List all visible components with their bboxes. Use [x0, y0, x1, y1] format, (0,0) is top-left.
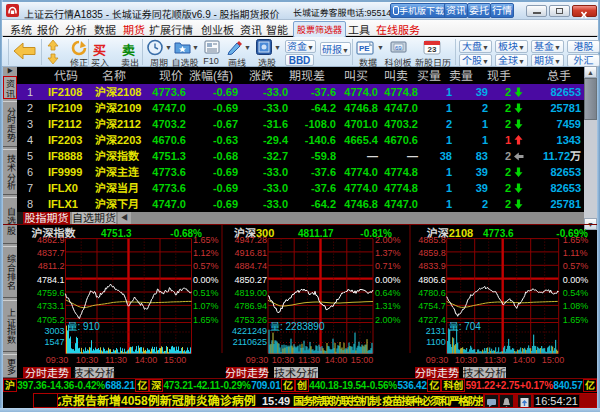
svg-text:4947.28: 4947.28 — [234, 235, 267, 245]
svg-text:10:30: 10:30 — [455, 355, 478, 365]
svg-text:11:30: 11:30 — [298, 355, 320, 365]
svg-text:2.00%: 2.00% — [375, 235, 401, 245]
svg-text:0.57%: 0.57% — [563, 261, 589, 271]
svg-text:1.08%: 1.08% — [563, 301, 589, 311]
svg-text:0.64%: 0.64% — [375, 288, 401, 298]
svg-text:4819.00: 4819.00 — [234, 288, 267, 298]
svg-text:量: 704: 量: 704 — [449, 321, 482, 332]
svg-text:4811.17: 4811.17 — [298, 228, 334, 239]
svg-text:1.12%: 1.12% — [193, 248, 219, 258]
svg-text:0.00%: 0.00% — [563, 275, 589, 285]
svg-text:1.07%: 1.07% — [193, 301, 219, 311]
svg-text:4733.1: 4733.1 — [37, 301, 65, 311]
svg-text:技术分析: 技术分析 — [73, 367, 117, 379]
svg-text:4221249: 4221249 — [232, 326, 267, 336]
svg-text:4837.7: 4837.7 — [37, 248, 65, 258]
svg-text:1.37%: 1.37% — [375, 248, 401, 258]
svg-text:14:00: 14:00 — [513, 355, 536, 365]
svg-text:0.00%: 0.00% — [193, 275, 219, 285]
svg-text:2110625: 2110625 — [233, 337, 267, 347]
svg-text:4780.6: 4780.6 — [418, 288, 446, 298]
svg-text:1.65%: 1.65% — [563, 235, 589, 245]
svg-text:4773.6: 4773.6 — [483, 228, 514, 239]
svg-text:10:30: 10:30 — [76, 355, 99, 365]
svg-text:0.71%: 0.71% — [375, 261, 401, 271]
svg-text:4833.9: 4833.9 — [418, 261, 446, 271]
svg-text:23: 23 — [428, 45, 437, 54]
svg-text:09:30: 09:30 — [46, 355, 69, 365]
svg-text:0.57%: 0.57% — [193, 261, 219, 271]
svg-text:分时走势: 分时走势 — [225, 367, 269, 379]
svg-text:15:00: 15:00 — [542, 355, 565, 365]
svg-text:技术分析: 技术分析 — [463, 367, 507, 379]
svg-text:4751.3: 4751.3 — [101, 228, 132, 239]
svg-text:3003: 3003 — [44, 326, 64, 336]
svg-text:15:00: 15:00 — [351, 355, 374, 365]
svg-text:1.11%: 1.11% — [563, 248, 588, 258]
svg-text:10:30: 10:30 — [272, 355, 295, 365]
svg-text:1.65%: 1.65% — [193, 235, 219, 245]
svg-text:0.51%: 0.51% — [193, 288, 219, 298]
svg-text:分时走势: 分时走势 — [25, 367, 69, 379]
svg-text:14:00: 14:00 — [135, 355, 158, 365]
svg-text:量: 2283890: 量: 2283890 — [270, 321, 325, 332]
svg-text:4862.9: 4862.9 — [37, 235, 65, 245]
svg-text:14:00: 14:00 — [325, 355, 348, 365]
svg-text:2.00%: 2.00% — [375, 315, 401, 325]
svg-text:4705.2: 4705.2 — [37, 315, 65, 325]
svg-text:量: 910: 量: 910 — [68, 321, 101, 332]
svg-text:1.65%: 1.65% — [563, 315, 589, 325]
svg-text:4754.7: 4754.7 — [418, 301, 446, 311]
svg-text:PE: PE — [359, 44, 370, 53]
svg-text:2131: 2131 — [426, 326, 446, 336]
svg-text:09:30: 09:30 — [246, 355, 269, 365]
svg-text:0.54%: 0.54% — [563, 288, 589, 298]
svg-text:4885.8: 4885.8 — [418, 235, 446, 245]
svg-text:15:00: 15:00 — [164, 355, 187, 365]
svg-text:1.31%: 1.31% — [375, 301, 401, 311]
svg-text:4784.1: 4784.1 — [37, 275, 65, 285]
svg-text:4753.26: 4753.26 — [234, 315, 267, 325]
svg-text:分时走势: 分时走势 — [415, 367, 459, 379]
svg-text:4859.8: 4859.8 — [418, 248, 446, 258]
svg-text:4806.6: 4806.6 — [418, 275, 446, 285]
svg-text:11:30: 11:30 — [105, 355, 127, 365]
svg-text:69: 69 — [395, 45, 402, 51]
svg-text:11:30: 11:30 — [484, 355, 506, 365]
svg-text:1547: 1547 — [44, 337, 64, 347]
svg-text:4850.27: 4850.27 — [234, 275, 267, 285]
svg-text:4916.81: 4916.81 — [234, 248, 267, 258]
svg-text:1.65%: 1.65% — [193, 315, 219, 325]
svg-text:4786.94: 4786.94 — [234, 301, 267, 311]
svg-text:1100: 1100 — [426, 337, 445, 347]
svg-text:技术分析: 技术分析 — [274, 367, 318, 379]
svg-text:4727.4: 4727.4 — [418, 315, 446, 325]
svg-text:0.00%: 0.00% — [375, 275, 401, 285]
svg-text:09:30: 09:30 — [426, 355, 449, 365]
svg-text:4884.74: 4884.74 — [234, 261, 267, 271]
svg-text:4759.6: 4759.6 — [37, 288, 65, 298]
svg-text:4811.2: 4811.2 — [38, 261, 65, 271]
